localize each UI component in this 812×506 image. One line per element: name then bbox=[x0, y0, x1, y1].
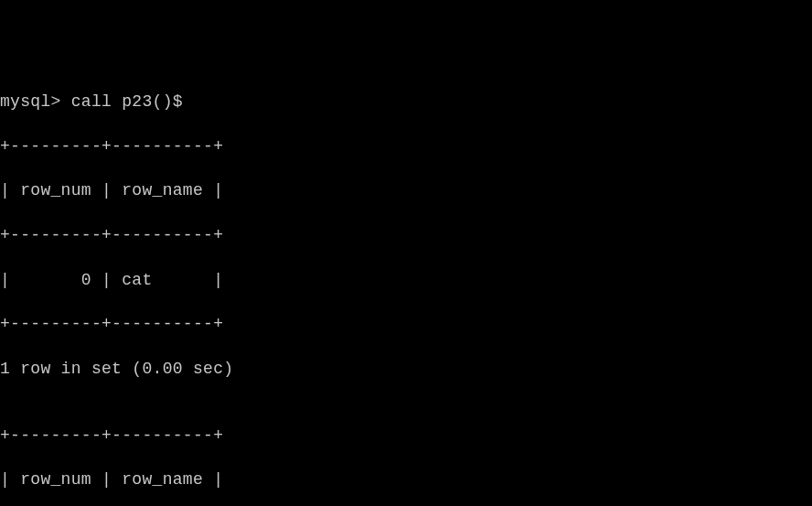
table-border: +---------+----------+ bbox=[0, 425, 812, 447]
table-header: | row_num | row_name | bbox=[0, 468, 812, 490]
mysql-prompt[interactable]: mysql> call p23()$ bbox=[0, 91, 812, 113]
table-border: +---------+----------+ bbox=[0, 224, 812, 246]
table-border: +---------+----------+ bbox=[0, 135, 812, 157]
table-border: +---------+----------+ bbox=[0, 313, 812, 335]
result-status: 1 row in set (0.00 sec) bbox=[0, 358, 812, 380]
table-header: | row_num | row_name | bbox=[0, 179, 812, 201]
table-row: | 0 | cat | bbox=[0, 269, 812, 291]
